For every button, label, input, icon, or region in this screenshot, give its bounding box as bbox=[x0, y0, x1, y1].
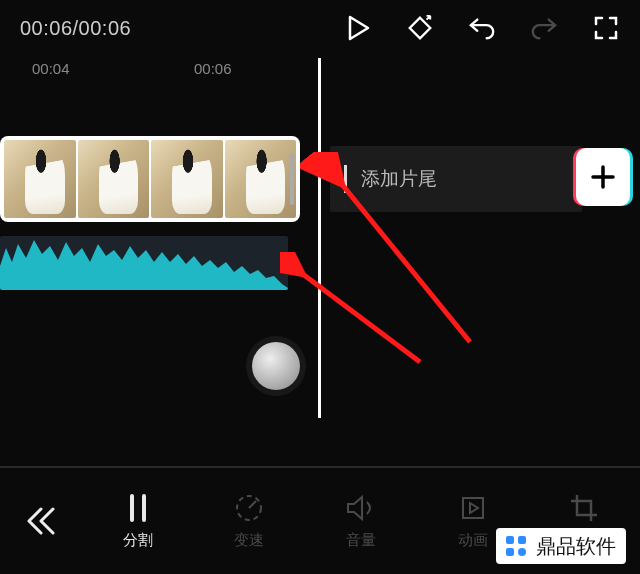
split-icon bbox=[125, 493, 151, 523]
play-icon bbox=[346, 15, 370, 41]
tool-label: 变速 bbox=[234, 531, 264, 550]
ruler-tick: 00:04 bbox=[32, 60, 70, 77]
redo-icon bbox=[530, 15, 558, 41]
animation-icon bbox=[459, 493, 487, 523]
svg-point-7 bbox=[518, 548, 526, 556]
keyframe-diamond-icon bbox=[406, 13, 434, 43]
redo-button[interactable] bbox=[530, 14, 558, 42]
chevrons-left-icon bbox=[23, 503, 59, 539]
volume-icon bbox=[345, 493, 377, 523]
brand-logo-icon bbox=[502, 532, 530, 560]
undo-icon bbox=[468, 15, 496, 41]
timeline-area[interactable]: 添加片尾 bbox=[0, 92, 640, 462]
plus-icon bbox=[588, 162, 618, 192]
top-bar: 00:06/00:06 bbox=[0, 0, 640, 56]
video-clip[interactable] bbox=[0, 136, 300, 222]
svg-rect-6 bbox=[506, 548, 514, 556]
play-button[interactable] bbox=[344, 14, 372, 42]
watermark: 鼎品软件 bbox=[496, 528, 626, 564]
fullscreen-icon bbox=[593, 15, 619, 41]
clip-thumbnail bbox=[151, 140, 223, 218]
tool-label: 动画 bbox=[458, 531, 488, 550]
watermark-text: 鼎品软件 bbox=[536, 533, 616, 560]
tool-volume[interactable]: 音量 bbox=[305, 493, 417, 550]
fullscreen-button[interactable] bbox=[592, 14, 620, 42]
clip-thumbnail bbox=[4, 140, 76, 218]
undo-button[interactable] bbox=[468, 14, 496, 42]
audio-waveform bbox=[0, 236, 288, 290]
tool-label: 音量 bbox=[346, 531, 376, 550]
speed-icon bbox=[234, 493, 264, 523]
clip-thumbnail bbox=[78, 140, 150, 218]
tool-speed[interactable]: 变速 bbox=[194, 493, 306, 550]
keyframe-button[interactable] bbox=[406, 14, 434, 42]
svg-line-1 bbox=[300, 272, 420, 362]
tool-label: 分割 bbox=[123, 531, 153, 550]
svg-rect-3 bbox=[463, 498, 483, 518]
tool-split[interactable]: 分割 bbox=[82, 493, 194, 550]
clip-thumbnail bbox=[225, 140, 297, 218]
add-clip-button[interactable] bbox=[576, 148, 630, 206]
audio-track[interactable] bbox=[0, 236, 288, 290]
annotation-arrow bbox=[280, 252, 430, 372]
svg-rect-4 bbox=[506, 536, 514, 544]
crop-icon bbox=[569, 493, 599, 523]
time-display: 00:06/00:06 bbox=[20, 17, 131, 40]
svg-rect-5 bbox=[518, 536, 526, 544]
ruler-tick: 00:06 bbox=[194, 60, 232, 77]
playback-controls bbox=[344, 14, 626, 42]
back-button[interactable] bbox=[0, 468, 82, 574]
clip-trim-handle[interactable] bbox=[290, 153, 294, 205]
